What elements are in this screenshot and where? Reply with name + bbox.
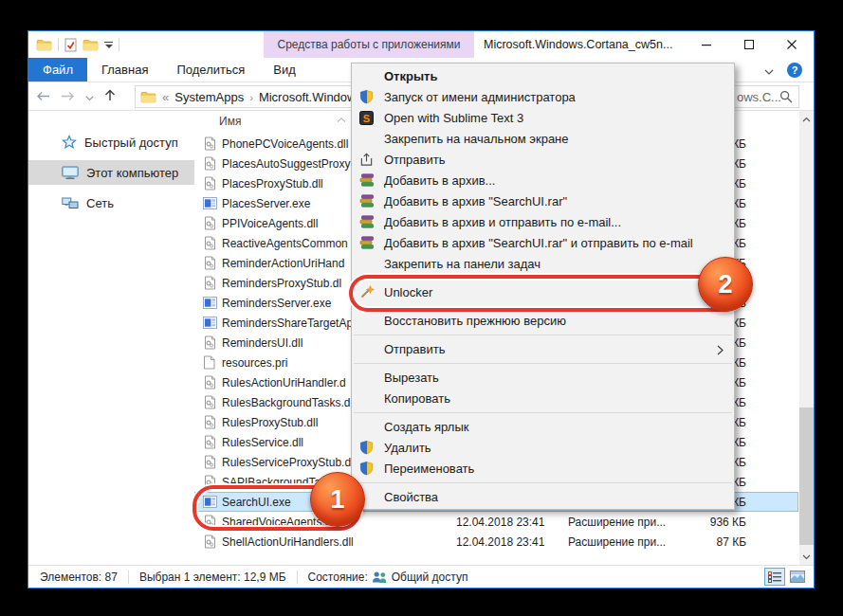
screenshot-stage: Средства работы с приложениями Microsoft… [0,0,843,616]
sidebar-item[interactable]: Сеть [28,190,194,215]
sublime-icon: S [359,111,384,125]
forward-icon[interactable] [61,88,75,105]
menu-item[interactable]: Свойства [352,486,734,507]
file-row[interactable]: ShellActionUriHandlers.dll12.04.2018 23:… [194,532,798,552]
up-icon[interactable] [104,88,116,105]
expand-ribbon-icon[interactable] [764,62,774,79]
search-icon[interactable] [779,90,793,106]
breadcrumb: SystemApps›Microsoft.Windows› [174,90,376,104]
menu-item[interactable]: Открыть [352,65,734,86]
menu-separator [354,412,732,413]
menu-item[interactable]: Добавить в архив и отправить по e-mail..… [352,211,734,232]
minimize-button[interactable] [686,31,728,58]
ribbon-right-controls: ? [764,58,814,82]
share-icon [359,153,384,167]
quick-access-star-icon [62,135,77,150]
menu-item[interactable]: Создать ярлык [352,416,734,437]
search-text: ows.C... [737,90,781,104]
menu-item[interactable]: Копировать [352,388,734,408]
dll-file-icon [203,435,222,449]
network-icon [62,196,79,210]
window-controls [686,31,814,58]
application-file-icon [203,317,222,329]
menu-item-label: Создать ярлык [384,420,468,434]
menu-item[interactable]: Закрепить на начальном экране [352,128,734,149]
menu-separator [354,335,732,335]
customize-toolbar-icon[interactable] [104,42,113,48]
menu-item[interactable]: Отправить [352,338,734,359]
menu-item[interactable]: SOpen with Sublime Text 3 [352,107,734,128]
menu-item-label: Вырезать [384,371,439,385]
file-name: ShellActionUriHandlers.dll [222,535,456,549]
scroll-up-icon[interactable] [799,111,814,127]
divider [297,571,298,584]
recent-locations-icon[interactable] [85,88,94,105]
back-icon[interactable] [36,88,50,105]
menu-item[interactable]: Удалить [352,437,734,458]
menu-item-label: Добавить в архив "SearchUI.rar" и отправ… [384,236,693,250]
app-tools-tab[interactable]: Средства работы с приложениями [264,31,474,58]
state-value: Общий доступ [392,571,468,584]
folder-icon[interactable] [36,39,52,51]
menu-item[interactable]: Добавить в архив "SearchUI.rar" [352,190,734,211]
menu-item[interactable]: Закрепить на панели задач [352,253,734,274]
menu-item[interactable]: Добавить в архив... [352,170,734,190]
file-date: 12.04.2018 23:41 [456,535,568,549]
sidebar-item-label: Быстрый доступ [84,136,178,150]
menu-item[interactable]: Переименовать [352,458,734,479]
dll-file-icon [203,176,222,190]
menu-item[interactable]: Добавить в архив "SearchUI.rar" и отправ… [352,232,734,253]
maximize-button[interactable] [728,31,771,58]
breadcrumb-collapse[interactable]: « [162,90,169,104]
details-view-button[interactable] [764,568,785,586]
svg-text:S: S [363,112,370,123]
winrar-icon [359,236,384,250]
file-date: 12.04.2018 23:41 [456,516,568,529]
dll-file-icon [203,534,222,549]
breadcrumb-item[interactable]: Microsoft.Windows [259,90,362,104]
navigation-buttons [36,82,116,111]
vertical-scrollbar[interactable] [799,111,814,565]
breadcrumb-item[interactable]: SystemApps [174,90,244,104]
properties-icon[interactable] [64,38,77,52]
ribbon-tab-главная[interactable]: Главная [87,58,162,82]
application-file-icon [203,297,222,309]
scroll-down-icon[interactable] [799,549,814,565]
menu-item-label: Отправить [384,153,445,167]
annotation-badge-1: 1 [310,472,365,527]
menu-item-label: Копировать [384,391,450,406]
menu-item[interactable]: Вырезать [352,367,734,388]
close-button[interactable] [771,31,814,58]
new-folder-icon[interactable] [82,39,99,51]
menu-item-label: Open with Sublime Text 3 [384,111,523,125]
menu-item[interactable]: Восстановить прежнюю версию [352,310,734,331]
application-file-icon [203,197,222,209]
menu-item[interactable]: Запуск от имени администратора [352,86,734,107]
sidebar-item[interactable]: Быстрый доступ [28,130,194,154]
scrollbar-thumb[interactable] [799,408,814,545]
file-type: Расширение при... [568,516,670,529]
ribbon-tab-вид[interactable]: Вид [259,58,310,82]
breadcrumb-separator-icon[interactable]: › [249,92,253,103]
quick-access-toolbar [36,31,119,58]
menu-separator [354,482,732,483]
dll-file-icon [203,216,222,230]
dll-file-icon [203,236,222,250]
ribbon-tab-поделиться[interactable]: Поделиться [162,58,259,82]
menu-item-label: Закрепить на начальном экране [384,132,569,146]
page-file-icon [203,355,222,370]
window-title: Microsoft.Windows.Cortana_cw5n... [484,31,672,58]
annotation-box-unlocker [349,275,743,312]
ribbon-tab-файл[interactable]: Файл [28,58,87,82]
dll-file-icon [203,395,222,409]
folder-icon [140,91,156,103]
menu-item-label: Добавить в архив... [384,173,495,188]
sidebar-item[interactable]: Этот компьютер [28,160,194,185]
menu-item[interactable]: Отправить [352,149,734,170]
help-icon[interactable]: ? [787,63,802,78]
menu-item-label: Открыть [384,69,437,83]
view-switcher [764,568,808,586]
dll-file-icon [203,276,222,290]
annotation-badge-2: 2 [698,257,753,312]
thumbnail-view-button[interactable] [787,568,808,586]
